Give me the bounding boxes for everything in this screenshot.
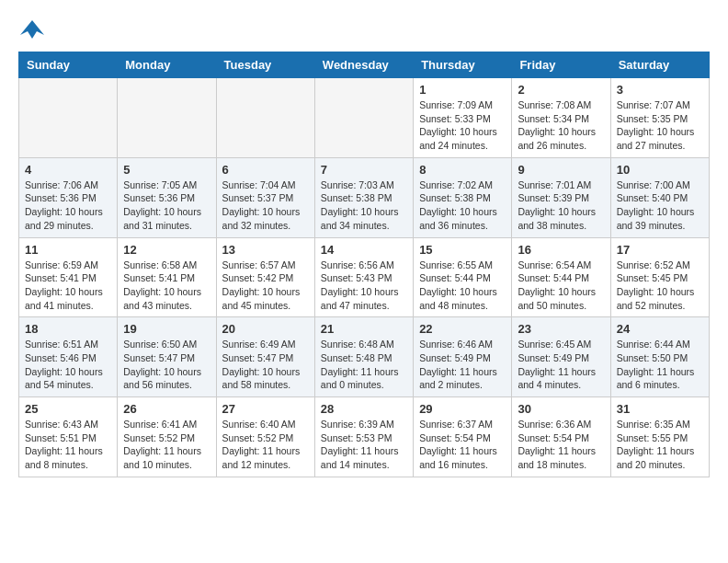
calendar-cell xyxy=(314,78,413,158)
day-number: 27 xyxy=(222,402,309,416)
day-info: Sunrise: 6:52 AMSunset: 5:45 PMDaylight:… xyxy=(617,259,703,313)
day-number: 7 xyxy=(321,163,407,177)
day-info: Sunrise: 6:50 AMSunset: 5:47 PMDaylight:… xyxy=(123,338,210,392)
day-info: Sunrise: 7:03 AMSunset: 5:38 PMDaylight:… xyxy=(321,178,407,233)
weekday-header-sunday: Sunday xyxy=(19,52,118,78)
day-info: Sunrise: 7:08 AMSunset: 5:34 PMDaylight:… xyxy=(518,98,604,153)
page-container: SundayMondayTuesdayWednesdayThursdayFrid… xyxy=(18,18,710,477)
calendar-cell: 18Sunrise: 6:51 AMSunset: 5:46 PMDayligh… xyxy=(19,317,118,397)
calendar-cell: 29Sunrise: 6:37 AMSunset: 5:54 PMDayligh… xyxy=(414,397,512,477)
day-number: 8 xyxy=(419,163,506,177)
day-info: Sunrise: 6:45 AMSunset: 5:49 PMDaylight:… xyxy=(518,338,604,392)
calendar-cell xyxy=(118,78,216,158)
calendar-cell: 11Sunrise: 6:59 AMSunset: 5:41 PMDayligh… xyxy=(19,237,118,317)
day-number: 11 xyxy=(25,243,111,257)
day-info: Sunrise: 7:02 AMSunset: 5:38 PMDaylight:… xyxy=(419,178,506,233)
day-info: Sunrise: 7:05 AMSunset: 5:36 PMDaylight:… xyxy=(123,178,210,233)
day-number: 1 xyxy=(419,83,506,97)
day-number: 6 xyxy=(222,163,309,177)
day-info: Sunrise: 6:55 AMSunset: 5:44 PMDaylight:… xyxy=(419,259,506,313)
day-info: Sunrise: 6:57 AMSunset: 5:42 PMDaylight:… xyxy=(222,259,309,313)
calendar-cell: 25Sunrise: 6:43 AMSunset: 5:51 PMDayligh… xyxy=(19,397,118,477)
day-info: Sunrise: 6:41 AMSunset: 5:52 PMDaylight:… xyxy=(123,418,210,472)
day-number: 14 xyxy=(321,243,407,257)
day-info: Sunrise: 6:37 AMSunset: 5:54 PMDaylight:… xyxy=(419,418,506,472)
day-number: 19 xyxy=(123,322,210,336)
day-number: 13 xyxy=(222,243,309,257)
day-number: 18 xyxy=(25,322,111,336)
calendar-cell: 19Sunrise: 6:50 AMSunset: 5:47 PMDayligh… xyxy=(118,317,216,397)
day-info: Sunrise: 6:48 AMSunset: 5:48 PMDaylight:… xyxy=(321,338,407,392)
calendar-cell: 7Sunrise: 7:03 AMSunset: 5:38 PMDaylight… xyxy=(314,157,413,237)
day-number: 16 xyxy=(518,243,604,257)
calendar-week-row: 18Sunrise: 6:51 AMSunset: 5:46 PMDayligh… xyxy=(19,317,710,397)
day-number: 15 xyxy=(419,243,506,257)
day-number: 10 xyxy=(617,163,703,177)
day-number: 25 xyxy=(25,402,111,416)
day-info: Sunrise: 6:51 AMSunset: 5:46 PMDaylight:… xyxy=(25,338,111,392)
day-number: 21 xyxy=(321,322,407,336)
calendar-cell: 4Sunrise: 7:06 AMSunset: 5:36 PMDaylight… xyxy=(19,157,118,237)
calendar-cell: 21Sunrise: 6:48 AMSunset: 5:48 PMDayligh… xyxy=(314,317,413,397)
calendar-table: SundayMondayTuesdayWednesdayThursdayFrid… xyxy=(18,52,710,477)
day-info: Sunrise: 6:36 AMSunset: 5:54 PMDaylight:… xyxy=(518,418,604,472)
calendar-cell xyxy=(216,78,314,158)
day-info: Sunrise: 7:09 AMSunset: 5:33 PMDaylight:… xyxy=(419,98,506,153)
day-number: 9 xyxy=(518,163,604,177)
calendar-cell xyxy=(19,78,118,158)
day-number: 23 xyxy=(518,322,604,336)
day-info: Sunrise: 6:35 AMSunset: 5:55 PMDaylight:… xyxy=(617,418,703,472)
weekday-header-monday: Monday xyxy=(118,52,216,78)
day-info: Sunrise: 6:39 AMSunset: 5:53 PMDaylight:… xyxy=(321,418,407,472)
calendar-cell: 1Sunrise: 7:09 AMSunset: 5:33 PMDaylight… xyxy=(414,78,512,158)
calendar-cell: 15Sunrise: 6:55 AMSunset: 5:44 PMDayligh… xyxy=(414,237,512,317)
day-number: 17 xyxy=(617,243,703,257)
weekday-header-saturday: Saturday xyxy=(610,52,709,78)
day-info: Sunrise: 7:01 AMSunset: 5:39 PMDaylight:… xyxy=(518,178,604,233)
calendar-cell: 3Sunrise: 7:07 AMSunset: 5:35 PMDaylight… xyxy=(610,78,709,158)
weekday-header-thursday: Thursday xyxy=(414,52,512,78)
day-number: 3 xyxy=(617,83,703,97)
day-info: Sunrise: 6:40 AMSunset: 5:52 PMDaylight:… xyxy=(222,418,309,472)
header xyxy=(18,18,710,42)
day-info: Sunrise: 6:49 AMSunset: 5:47 PMDaylight:… xyxy=(222,338,309,392)
svg-marker-0 xyxy=(20,20,44,39)
day-number: 24 xyxy=(617,322,703,336)
calendar-cell: 10Sunrise: 7:00 AMSunset: 5:40 PMDayligh… xyxy=(610,157,709,237)
calendar-cell: 26Sunrise: 6:41 AMSunset: 5:52 PMDayligh… xyxy=(118,397,216,477)
calendar-cell: 5Sunrise: 7:05 AMSunset: 5:36 PMDaylight… xyxy=(118,157,216,237)
day-info: Sunrise: 6:58 AMSunset: 5:41 PMDaylight:… xyxy=(123,259,210,313)
calendar-cell: 16Sunrise: 6:54 AMSunset: 5:44 PMDayligh… xyxy=(512,237,610,317)
calendar-cell: 8Sunrise: 7:02 AMSunset: 5:38 PMDaylight… xyxy=(414,157,512,237)
calendar-week-row: 11Sunrise: 6:59 AMSunset: 5:41 PMDayligh… xyxy=(19,237,710,317)
calendar-cell: 2Sunrise: 7:08 AMSunset: 5:34 PMDaylight… xyxy=(512,78,610,158)
calendar-cell: 30Sunrise: 6:36 AMSunset: 5:54 PMDayligh… xyxy=(512,397,610,477)
day-info: Sunrise: 7:04 AMSunset: 5:37 PMDaylight:… xyxy=(222,178,309,233)
calendar-cell: 17Sunrise: 6:52 AMSunset: 5:45 PMDayligh… xyxy=(610,237,709,317)
calendar-week-row: 4Sunrise: 7:06 AMSunset: 5:36 PMDaylight… xyxy=(19,157,710,237)
day-number: 22 xyxy=(419,322,506,336)
day-info: Sunrise: 6:46 AMSunset: 5:49 PMDaylight:… xyxy=(419,338,506,392)
calendar-cell: 20Sunrise: 6:49 AMSunset: 5:47 PMDayligh… xyxy=(216,317,314,397)
weekday-header-row: SundayMondayTuesdayWednesdayThursdayFrid… xyxy=(19,52,710,78)
day-info: Sunrise: 7:06 AMSunset: 5:36 PMDaylight:… xyxy=(25,178,111,233)
calendar-cell: 23Sunrise: 6:45 AMSunset: 5:49 PMDayligh… xyxy=(512,317,610,397)
calendar-cell: 22Sunrise: 6:46 AMSunset: 5:49 PMDayligh… xyxy=(414,317,512,397)
day-info: Sunrise: 6:54 AMSunset: 5:44 PMDaylight:… xyxy=(518,259,604,313)
day-number: 20 xyxy=(222,322,309,336)
day-number: 28 xyxy=(321,402,407,416)
day-info: Sunrise: 6:56 AMSunset: 5:43 PMDaylight:… xyxy=(321,259,407,313)
day-number: 5 xyxy=(123,163,210,177)
calendar-cell: 13Sunrise: 6:57 AMSunset: 5:42 PMDayligh… xyxy=(216,237,314,317)
day-number: 4 xyxy=(25,163,111,177)
weekday-header-wednesday: Wednesday xyxy=(314,52,413,78)
day-number: 31 xyxy=(617,402,703,416)
calendar-cell: 12Sunrise: 6:58 AMSunset: 5:41 PMDayligh… xyxy=(118,237,216,317)
calendar-cell: 14Sunrise: 6:56 AMSunset: 5:43 PMDayligh… xyxy=(314,237,413,317)
day-number: 29 xyxy=(419,402,506,416)
day-info: Sunrise: 6:43 AMSunset: 5:51 PMDaylight:… xyxy=(25,418,111,472)
calendar-week-row: 1Sunrise: 7:09 AMSunset: 5:33 PMDaylight… xyxy=(19,78,710,158)
day-info: Sunrise: 7:00 AMSunset: 5:40 PMDaylight:… xyxy=(617,178,703,233)
calendar-cell: 28Sunrise: 6:39 AMSunset: 5:53 PMDayligh… xyxy=(314,397,413,477)
calendar-cell: 6Sunrise: 7:04 AMSunset: 5:37 PMDaylight… xyxy=(216,157,314,237)
